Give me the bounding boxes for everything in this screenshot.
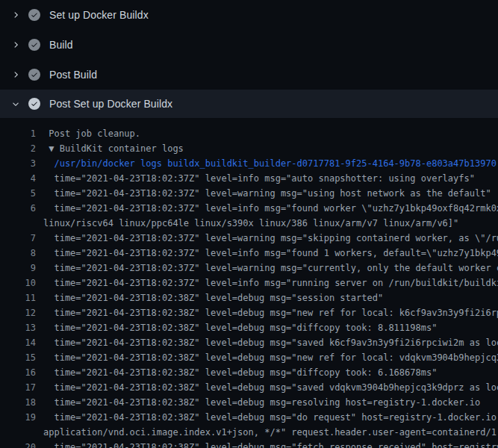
log-line-number[interactable]: 2 xyxy=(0,141,36,156)
log-line-text: time="2021-04-23T18:02:38Z" level=debug … xyxy=(36,410,498,425)
log-line-text: time="2021-04-23T18:02:38Z" level=debug … xyxy=(36,440,498,448)
log-line-text: linux/riscv64 linux/ppc64le linux/s390x … xyxy=(36,216,458,231)
log-line-number[interactable]: 20 xyxy=(0,440,36,448)
log-line-text: time="2021-04-23T18:02:38Z" level=debug … xyxy=(36,305,498,320)
log-line-text: time="2021-04-23T18:02:37Z" level=warnin… xyxy=(36,231,498,246)
log-panel[interactable]: 1 Post job cleanup. 2 ▼ BuildKit contain… xyxy=(0,119,498,448)
log-line-text: time="2021-04-23T18:02:38Z" level=debug … xyxy=(36,320,437,335)
log-line-number[interactable]: 14 xyxy=(0,335,36,350)
log-line-number[interactable]: 3 xyxy=(0,156,36,171)
log-line-number[interactable]: 16 xyxy=(0,365,36,380)
log-row: 7 time="2021-04-23T18:02:37Z" level=warn… xyxy=(0,231,498,246)
log-line-text: time="2021-04-23T18:02:37Z" level=info m… xyxy=(36,246,498,261)
log-row: 9 time="2021-04-23T18:02:37Z" level=warn… xyxy=(0,261,498,276)
log-line-number[interactable]: 4 xyxy=(0,171,36,186)
log-line-number[interactable]: 12 xyxy=(0,305,36,320)
check-circle-icon xyxy=(28,9,40,21)
step-header-build[interactable]: Build xyxy=(0,30,498,60)
log-row: 4 time="2021-04-23T18:02:37Z" level=info… xyxy=(0,171,498,186)
chevron-right-icon xyxy=(10,69,21,80)
step-title: Set up Docker Buildx xyxy=(49,9,149,21)
log-row: 18 time="2021-04-23T18:02:38Z" level=deb… xyxy=(0,395,498,410)
step-title: Post Build xyxy=(49,69,97,81)
log-line-text: time="2021-04-23T18:02:38Z" level=debug … xyxy=(36,380,498,395)
log-line-number[interactable]: 7 xyxy=(0,231,36,246)
log-line-number[interactable]: 10 xyxy=(0,276,36,290)
log-line-text: time="2021-04-23T18:02:38Z" level=debug … xyxy=(36,290,383,305)
log-row: 3 /usr/bin/docker logs buildx_buildkit_b… xyxy=(0,156,498,171)
step-title: Post Set up Docker Buildx xyxy=(49,98,172,110)
chevron-right-icon xyxy=(10,10,21,20)
chevron-right-icon xyxy=(10,40,21,50)
log-row: 10 time="2021-04-23T18:02:37Z" level=inf… xyxy=(0,276,498,290)
log-row: 17 time="2021-04-23T18:02:38Z" level=deb… xyxy=(0,380,498,395)
log-line-number[interactable]: 8 xyxy=(0,246,36,261)
log-row: 6 time="2021-04-23T18:02:37Z" level=info… xyxy=(0,201,498,216)
log-line-text: time="2021-04-23T18:02:38Z" level=debug … xyxy=(36,365,437,380)
actions-log-viewer: { "colors": { "background": "#0a0d12", "… xyxy=(0,0,498,448)
log-line-text: application/vnd.oci.image.index.v1+json,… xyxy=(36,425,498,440)
log-line-text: time="2021-04-23T18:02:38Z" level=debug … xyxy=(36,335,498,350)
log-line-text: time="2021-04-23T18:02:37Z" level=info m… xyxy=(36,171,475,186)
step-title: Build xyxy=(49,39,73,51)
log-line-number[interactable]: 15 xyxy=(0,350,36,365)
log-line-text: time="2021-04-23T18:02:37Z" level=warnin… xyxy=(36,186,491,201)
log-line-number[interactable]: 6 xyxy=(0,201,36,216)
log-line-number[interactable]: 1 xyxy=(0,126,36,141)
log-line-number[interactable]: 5 xyxy=(0,186,36,201)
log-line-number xyxy=(0,425,36,440)
step-header-post-set-up-docker-buildx[interactable]: Post Set up Docker Buildx xyxy=(0,90,498,118)
log-line-text[interactable]: ▼ BuildKit container logs xyxy=(36,141,184,156)
log-line-number[interactable]: 18 xyxy=(0,395,36,410)
log-line-text: /usr/bin/docker logs buildx_buildkit_bui… xyxy=(36,156,497,171)
log-row: 20 time="2021-04-23T18:02:38Z" level=deb… xyxy=(0,440,498,448)
log-row: application/vnd.oci.image.index.v1+json,… xyxy=(0,425,498,440)
log-line-number[interactable]: 13 xyxy=(0,320,36,335)
step-header-post-build[interactable]: Post Build xyxy=(0,60,498,90)
log-line-text: time="2021-04-23T18:02:38Z" level=debug … xyxy=(36,350,498,365)
chevron-down-icon xyxy=(10,99,21,109)
log-line-number[interactable]: 9 xyxy=(0,261,36,276)
log-row: linux/riscv64 linux/ppc64le linux/s390x … xyxy=(0,216,498,231)
log-line-number[interactable]: 19 xyxy=(0,410,36,425)
log-row: 14 time="2021-04-23T18:02:38Z" level=deb… xyxy=(0,335,498,350)
log-line-text: time="2021-04-23T18:02:38Z" level=debug … xyxy=(36,395,480,410)
log-row: 13 time="2021-04-23T18:02:38Z" level=deb… xyxy=(0,320,498,335)
log-row: 5 time="2021-04-23T18:02:37Z" level=warn… xyxy=(0,186,498,201)
log-row: 16 time="2021-04-23T18:02:38Z" level=deb… xyxy=(0,365,498,380)
check-circle-icon xyxy=(28,69,40,81)
step-header-set-up-docker-buildx[interactable]: Set up Docker Buildx xyxy=(0,0,498,30)
log-line-text: time="2021-04-23T18:02:37Z" level=warnin… xyxy=(36,261,498,276)
log-row: 15 time="2021-04-23T18:02:38Z" level=deb… xyxy=(0,350,498,365)
log-row: 2 ▼ BuildKit container logs xyxy=(0,141,498,156)
log-row: 8 time="2021-04-23T18:02:37Z" level=info… xyxy=(0,246,498,261)
log-row: 1 Post job cleanup. xyxy=(0,126,498,141)
log-row: 11 time="2021-04-23T18:02:38Z" level=deb… xyxy=(0,290,498,305)
log-row: 12 time="2021-04-23T18:02:38Z" level=deb… xyxy=(0,305,498,320)
log-line-text: time="2021-04-23T18:02:37Z" level=info m… xyxy=(36,201,498,216)
log-line-number xyxy=(0,216,36,231)
check-circle-icon xyxy=(28,98,40,110)
steps-list: Set up Docker Buildx Build xyxy=(0,0,498,118)
log-line-number[interactable]: 17 xyxy=(0,380,36,395)
check-circle-icon xyxy=(28,39,40,51)
log-line-text: time="2021-04-23T18:02:37Z" level=info m… xyxy=(36,276,498,290)
log-row: 19 time="2021-04-23T18:02:38Z" level=deb… xyxy=(0,410,498,425)
log-line-text: Post job cleanup. xyxy=(36,126,140,141)
log-line-number[interactable]: 11 xyxy=(0,290,36,305)
